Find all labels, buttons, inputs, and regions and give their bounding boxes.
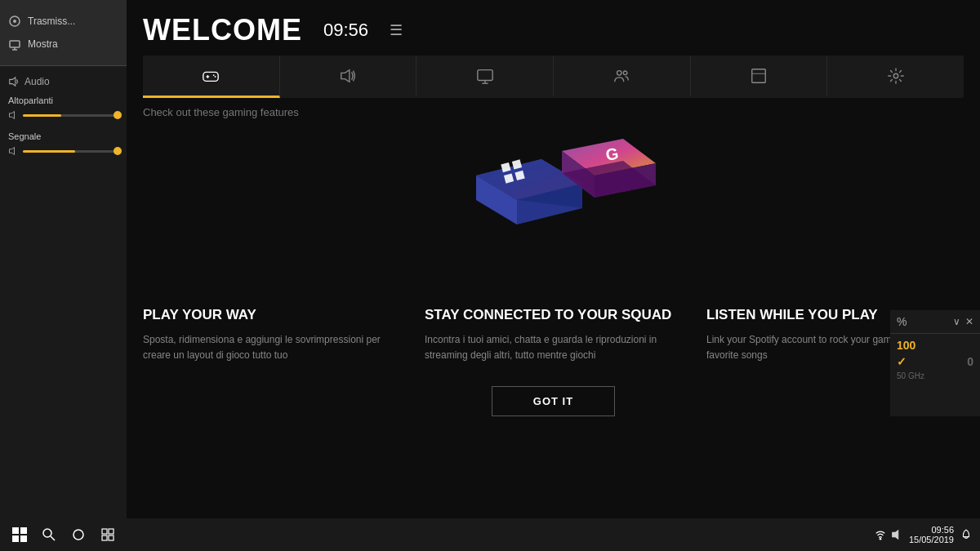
trasmissione-item[interactable]: Trasmiss... [8, 10, 118, 33]
right-panel-value1-row: 100 [897, 339, 973, 352]
clock-time: 09:56 [909, 525, 954, 535]
feature-cards: PLAY YOUR WAY Sposta, ridimensiona e agg… [127, 306, 980, 363]
svg-rect-28 [478, 69, 492, 80]
tab-audio[interactable] [280, 56, 417, 98]
feature-card-squad: STAY CONNECTED TO YOUR SQUAD Incontra i … [425, 306, 682, 363]
svg-rect-59 [109, 535, 114, 540]
svg-point-26 [215, 76, 216, 78]
expand-button[interactable]: ∨ [953, 316, 960, 327]
right-panel-controls: ∨ ✕ [953, 316, 973, 327]
feature-1-text: Sposta, ridimensiona e aggiungi le sovri… [143, 332, 400, 363]
svg-point-53 [43, 529, 51, 537]
squad-nav-icon [612, 67, 630, 85]
altoparlanti-thumb [114, 111, 122, 119]
modal-time: 09:56 [323, 20, 368, 41]
svg-rect-58 [102, 535, 107, 540]
svg-point-55 [74, 530, 83, 540]
segnale-label: Segnale [8, 131, 118, 141]
svg-point-35 [893, 73, 898, 78]
search-icon [42, 528, 56, 541]
wifi-icon [875, 529, 886, 540]
segnale-track[interactable] [23, 150, 118, 153]
right-panel-value2-row: ✓ 0 [897, 355, 973, 368]
got-it-container: GOT IT [127, 386, 980, 416]
svg-marker-61 [893, 531, 898, 540]
svg-point-32 [624, 71, 628, 75]
volume-icon-small [8, 110, 18, 120]
got-it-button[interactable]: GOT IT [492, 386, 615, 416]
system-tray-icons [875, 529, 902, 540]
volume-taskbar-icon [891, 529, 902, 540]
cortana-icon [72, 528, 85, 541]
left-panel: Trasmiss... Mostra Audio Altoparlanti [0, 0, 127, 551]
mostra-item[interactable]: Mostra [8, 33, 118, 56]
gamepad-icon [202, 67, 220, 85]
feature-card-play: PLAY YOUR WAY Sposta, ridimensiona e agg… [143, 306, 400, 363]
taskview-button[interactable] [95, 522, 121, 548]
svg-rect-16 [10, 41, 20, 47]
tab-settings[interactable] [827, 56, 964, 98]
search-button[interactable] [36, 522, 62, 548]
right-panel-freq: 50 GHz [897, 371, 973, 380]
audio-title: Audio [8, 76, 118, 87]
audio-section: Audio Altoparlanti Segnale [0, 66, 127, 177]
hamburger-button[interactable]: ☰ [390, 21, 403, 39]
svg-marker-21 [10, 148, 15, 155]
start-icon [12, 527, 27, 542]
right-panel-percent: % [897, 315, 906, 328]
svg-rect-52 [20, 535, 27, 542]
trasmissione-label: Trasmiss... [28, 16, 75, 27]
svg-point-25 [213, 74, 215, 76]
welcome-modal: WELCOME 09:56 ☰ [127, 0, 980, 518]
tab-squad[interactable] [554, 56, 691, 98]
right-panel-value1: 100 [897, 339, 915, 352]
tab-overlay[interactable] [691, 56, 828, 98]
altoparlanti-slider[interactable] [8, 110, 118, 120]
cortana-button[interactable] [65, 522, 91, 548]
altoparlanti-track[interactable] [23, 114, 118, 117]
segnale-slider[interactable] [8, 146, 118, 156]
taskbar-left [0, 522, 127, 548]
mostra-icon [8, 38, 21, 51]
signal-icon-small [8, 146, 18, 156]
feature-2-text: Incontra i tuoi amici, chatta e guarda l… [425, 332, 682, 363]
altoparlanti-fill [23, 114, 61, 117]
audio-nav-icon [339, 67, 357, 85]
altoparlanti-label: Altoparlanti [8, 96, 118, 105]
svg-marker-27 [341, 69, 350, 82]
tab-gamepad[interactable] [143, 56, 280, 98]
mostra-label: Mostra [28, 38, 58, 50]
clock-date: 15/05/2019 [909, 535, 954, 544]
settings-nav-icon [887, 67, 905, 85]
audio-section-icon [8, 76, 20, 87]
right-panel-checkmark: ✓ [897, 355, 906, 368]
segnale-fill [23, 150, 75, 153]
tab-display[interactable] [416, 56, 554, 98]
transmission-section: Trasmiss... Mostra [0, 0, 127, 66]
svg-point-31 [617, 70, 622, 75]
overlay-nav-icon [750, 67, 768, 85]
svg-rect-49 [12, 527, 19, 534]
modal-title: WELCOME [143, 13, 302, 47]
display-nav-icon [476, 67, 494, 85]
notification-icon[interactable] [960, 529, 972, 540]
close-right-panel-button[interactable]: ✕ [965, 316, 973, 327]
right-panel-body: 100 ✓ 0 50 GHz [890, 334, 980, 385]
right-panel-header: % ∨ ✕ [890, 310, 980, 334]
modal-header: WELCOME 09:56 ☰ [127, 0, 980, 47]
feature-2-title: STAY CONNECTED TO YOUR SQUAD [425, 306, 682, 324]
start-button[interactable] [7, 522, 33, 548]
segnale-thumb [114, 147, 122, 155]
svg-marker-20 [10, 112, 15, 119]
svg-line-54 [51, 536, 55, 540]
keyboard-illustration: G [411, 127, 697, 290]
trasmissione-icon [8, 15, 21, 28]
svg-rect-57 [109, 529, 114, 534]
nav-tabs [143, 56, 964, 98]
right-panel: % ∨ ✕ 100 ✓ 0 50 GHz [890, 310, 980, 416]
taskview-icon [101, 528, 114, 541]
svg-rect-50 [20, 527, 27, 534]
feature-1-title: PLAY YOUR WAY [143, 306, 400, 324]
audio-section-label: Audio [24, 76, 50, 87]
svg-rect-56 [102, 529, 107, 534]
